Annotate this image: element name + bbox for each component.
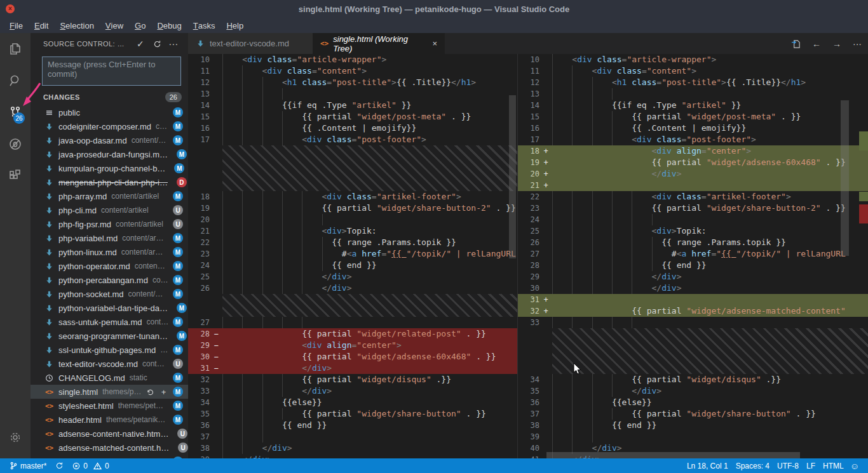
code-line-16[interactable]: 16{{ .Content | emojify}} — [188, 123, 517, 134]
code-line-28[interactable]: 28−{{ partial "widget/related-post" . }} — [188, 328, 517, 340]
feedback-smiley-icon[interactable]: ☺ — [848, 461, 862, 471]
code-line-22[interactable]: 22<div class="artikel-footer"> — [518, 191, 868, 203]
code-line-17[interactable]: 17<div class="post-footer"> — [188, 134, 517, 145]
scm-file-row-php-fig-psr.md[interactable]: php-fig-psr.mdcontent/artikelU — [31, 217, 188, 231]
code-line-32[interactable]: 32{{ partial "widget/disqus" .}} — [188, 374, 517, 385]
code-line-29[interactable]: 29</div> — [518, 271, 868, 283]
horizontal-scrollbar[interactable] — [546, 452, 800, 458]
code-line-18[interactable]: 18+<div align="center"> — [518, 145, 868, 157]
code-line-31[interactable]: 31+ — [518, 294, 868, 305]
scm-file-row-java-oop-dasar.md[interactable]: java-oop-dasar.mdcontent/…M — [31, 133, 188, 147]
left-scrollbar-slider[interactable] — [509, 95, 516, 258]
code-line-20[interactable]: 20+</div> — [518, 168, 868, 180]
code-line-14[interactable]: 14{{if eq .Type "artikel" }} — [518, 100, 868, 111]
code-line-36[interactable]: 36{{else}} — [518, 397, 868, 408]
scm-file-row-header.html[interactable]: <>header.htmlthemes/petanik…M — [31, 413, 188, 427]
code-line-13[interactable]: 13 — [188, 88, 517, 100]
scm-file-row-python-linux.md[interactable]: python-linux.mdcontent/ar…M — [31, 245, 188, 259]
menu-selection[interactable]: Selection — [54, 18, 99, 33]
open-file-icon[interactable] — [791, 38, 801, 49]
code-line-23[interactable]: 23{{ partial "widget/share-button-2" . }… — [518, 203, 868, 214]
code-line-23[interactable]: 23#<a href="{{ "/topik/" | relLangURL — [188, 248, 517, 260]
scm-file-row-stylesheet.html[interactable]: <>stylesheet.htmlthemes/pet…M — [31, 399, 188, 413]
more-actions-icon[interactable]: ··· — [165, 39, 182, 49]
code-line-14[interactable]: 14{{if eq .Type "artikel" }} — [188, 100, 517, 111]
code-line-26[interactable]: 26{{ range .Params.topik }} — [518, 237, 868, 248]
encoding-setting[interactable]: UTF-8 — [773, 462, 803, 470]
scm-file-row-text-editor-vscode.md[interactable]: text-editor-vscode.mdcont…U — [31, 357, 188, 371]
scm-file-row-adsense-matched-content.h[interactable]: <>adsense-matched-content.h…U — [31, 441, 188, 455]
commit-check-icon[interactable]: ✓ — [132, 39, 149, 49]
code-line-29[interactable]: 29−<div align="center"> — [188, 340, 517, 351]
scm-file-row-single.html[interactable]: <>single.htmlthemes/p…+M — [31, 385, 188, 399]
code-line-11[interactable]: 11<div class="content"> — [188, 65, 517, 77]
code-line-35[interactable]: 35{{ partial "widget/share-button" . }} — [188, 408, 517, 420]
code-line-19[interactable]: 19+{{ partial "widget/adsense-60x468" . … — [518, 157, 868, 168]
code-line-10[interactable]: 10<div class="article-wrapper"> — [188, 54, 517, 65]
code-line-16[interactable]: 16{{ .Content | emojify}} — [518, 123, 868, 134]
scm-file-row-php-variabel.md[interactable]: php-variabel.mdcontent/ar…M — [31, 231, 188, 245]
extensions-icon[interactable] — [0, 160, 31, 192]
scm-file-row-python-socket.md[interactable]: python-socket.mdcontent/…M — [31, 287, 188, 301]
previous-change-icon[interactable]: ← — [812, 39, 821, 49]
indentation-setting[interactable]: Spaces: 4 — [732, 462, 773, 470]
code-line-20[interactable]: 20 — [188, 214, 517, 225]
scm-file-row-ssl-untuk-github-pages.md[interactable]: ssl-untuk-github-pages.md…M — [31, 343, 188, 357]
code-line-38[interactable]: 38{{ end }} — [518, 420, 868, 431]
scm-file-row-sass-untuk-pemula.md[interactable]: sass-untuk-pemula.mdcont…M — [31, 315, 188, 329]
scm-file-row-public[interactable]: publicM — [31, 105, 188, 119]
code-line-27[interactable]: 27 — [188, 317, 517, 328]
menu-debug[interactable]: Debug — [151, 18, 187, 33]
scm-file-row-kumpulan-group-channel-b[interactable]: kumpulan-group-channel-b…M — [31, 161, 188, 175]
debug-icon[interactable] — [0, 128, 31, 160]
scm-file-row-python-percabangan.md[interactable]: python-percabangan.mdco…M — [31, 273, 188, 287]
editor-more-actions-icon[interactable]: ··· — [853, 39, 862, 49]
menu-go[interactable]: Go — [129, 18, 151, 33]
code-line-25[interactable]: 25</div> — [188, 271, 517, 283]
menu-tasks[interactable]: Tasks — [187, 18, 221, 33]
settings-gear-icon[interactable] — [0, 430, 31, 444]
window-close-button[interactable]: × — [6, 4, 15, 13]
code-line-37[interactable]: 37 — [188, 431, 517, 443]
menu-help[interactable]: Help — [220, 18, 249, 33]
code-line-34[interactable]: 34{{ partial "widget/disqus" .}} — [518, 374, 868, 385]
code-line-19[interactable]: 19{{ partial "widget/share-button-2" . }… — [188, 203, 517, 214]
menu-file[interactable]: File — [4, 18, 29, 33]
stage-changes-icon[interactable]: + — [159, 387, 168, 397]
scm-file-row[interactable]: <>M — [31, 455, 188, 458]
next-change-icon[interactable]: → — [832, 39, 841, 49]
code-line-11[interactable]: 11<div class="content"> — [518, 65, 868, 77]
code-line-35[interactable]: 35</div> — [518, 385, 868, 397]
eol-setting[interactable]: LF — [803, 462, 819, 470]
code-line-30[interactable]: 30−{{ partial "widget/adsense-60x468" . … — [188, 351, 517, 363]
code-line-22[interactable]: 22{{ range .Params.topik }} — [188, 237, 517, 248]
code-line-12[interactable]: 12<h1 class="post-title">{{ .Title}}</h1… — [518, 77, 868, 88]
scm-file-row-python-variabel-dan-tipe-da[interactable]: python-variabel-dan-tipe-da…M — [31, 301, 188, 315]
tab-close-icon[interactable]: × — [432, 39, 437, 48]
code-line-10[interactable]: 10<div class="article-wrapper"> — [518, 54, 868, 65]
scm-file-row-java-prosedur-dan-fungsi.m[interactable]: java-prosedur-dan-fungsi.m…M — [31, 147, 188, 161]
explorer-icon[interactable] — [0, 33, 31, 65]
code-line-38[interactable]: 38</div> — [188, 443, 517, 454]
refresh-icon[interactable] — [149, 39, 165, 49]
tab-single-html-working-tree[interactable]: <> single.html (Working Tree) × — [313, 33, 445, 54]
cursor-position[interactable]: Ln 18, Col 1 — [683, 462, 732, 470]
scm-file-row-CHANGELOG.md[interactable]: CHANGELOG.mdstaticM — [31, 371, 188, 385]
scm-file-row-seorang-programmer-tunan[interactable]: seorang-programmer-tunan…M — [31, 329, 188, 343]
scm-file-row-codeigniter-composer.md[interactable]: codeigniter-composer.mdc…M — [31, 119, 188, 133]
code-line-39[interactable]: 39 — [518, 431, 868, 443]
code-line-28[interactable]: 28{{ end }} — [518, 260, 868, 271]
scm-file-row-mengenal-php-cli-dan-php-i[interactable]: mengenal-php-cli-dan-php-i…D — [31, 175, 188, 189]
tab-text-editor-vscode[interactable]: text-editor-vscode.md — [188, 33, 313, 54]
code-line-34[interactable]: 34{{else}} — [188, 397, 517, 408]
code-line-30[interactable]: 30</div> — [518, 283, 868, 294]
code-line-24[interactable]: 24 — [518, 214, 868, 225]
language-mode[interactable]: HTML — [819, 462, 848, 470]
right-scrollbar-slider[interactable] — [841, 100, 849, 256]
code-line-33[interactable]: 33</div> — [188, 385, 517, 397]
code-line-12[interactable]: 12<h1 class="post-title">{{ .Title}}</h1… — [188, 77, 517, 88]
discard-changes-icon[interactable] — [145, 387, 154, 397]
scm-file-row-php-array.md[interactable]: php-array.mdcontent/artikelM — [31, 189, 188, 203]
scm-file-row-adsense-content-native.htm[interactable]: <>adsense-content-native.htm…U — [31, 427, 188, 441]
code-line-13[interactable]: 13 — [518, 88, 868, 100]
